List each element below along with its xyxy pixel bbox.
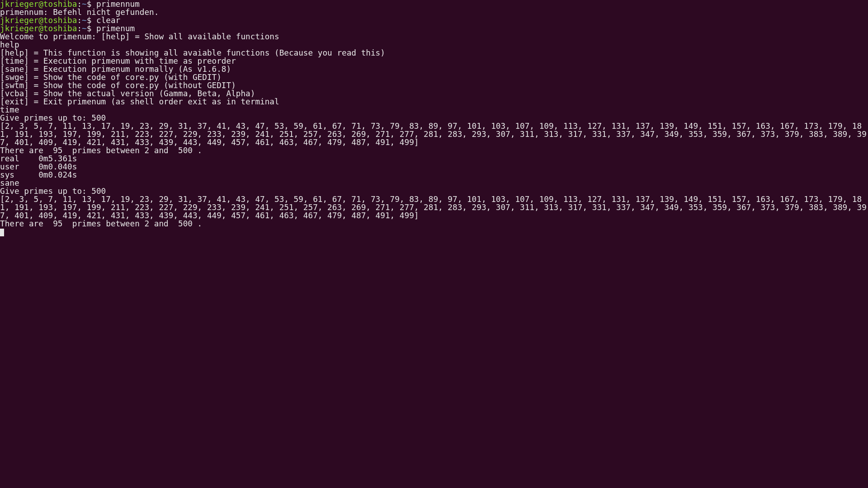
output-line: user 0m0.040s (0, 163, 868, 171)
prompt-colon: : (77, 16, 82, 25)
output-line: [sane] = Execution primenum normally (As… (0, 65, 868, 73)
output-line: [2, 3, 5, 7, 11, 13, 17, 19, 23, 29, 31,… (0, 122, 868, 146)
input-line: sane (0, 179, 868, 187)
output-line: There are 95 primes between 2 and 500 . (0, 220, 868, 228)
output-line: [swtm] = Show the code of core.py (witho… (0, 81, 868, 89)
output-line: [help] = This function is showing all av… (0, 49, 868, 57)
output-line: sys 0m0.024s (0, 171, 868, 179)
output-line: [time] = Execution primenum with time as… (0, 57, 868, 65)
output-line: Welcome to primenum: [help] = Show all a… (0, 33, 868, 41)
command-text: primenum (96, 24, 135, 33)
cursor-block-icon (0, 229, 4, 236)
output-line: [2, 3, 5, 7, 11, 13, 17, 19, 23, 29, 31,… (0, 195, 868, 220)
output-line: real 0m5.361s (0, 155, 868, 163)
prompt-user-host: jkrieger@toshiba (0, 16, 77, 25)
prompt-sigil: $ (87, 16, 96, 25)
prompt-line: jkrieger@toshiba:~$ primenum (0, 24, 868, 33)
output-line: [swge] = Show the code of core.py (with … (0, 73, 868, 81)
output-line: [vcba] = Show the actual version (Gamma,… (0, 89, 868, 98)
prompt-path: ~ (82, 16, 87, 25)
output-line: Give primes up to: 500 (0, 114, 868, 122)
output-line: Give primes up to: 500 (0, 187, 868, 195)
output-line: There are 95 primes between 2 and 500 . (0, 146, 868, 155)
output-line: [exit] = Exit primenum (as shell order e… (0, 98, 868, 106)
prompt-sigil: $ (87, 24, 96, 33)
prompt-line: jkrieger@toshiba:~$ primennum (0, 0, 868, 8)
prompt-colon: : (77, 24, 82, 33)
input-line: time (0, 106, 868, 114)
terminal-viewport[interactable]: jkrieger@toshiba:~$ primennumprimennum: … (0, 0, 868, 488)
prompt-line: jkrieger@toshiba:~$ clear (0, 16, 868, 24)
cursor-line (0, 228, 868, 236)
output-line: primennum: Befehl nicht gefunden. (0, 8, 868, 16)
input-line: help (0, 41, 868, 49)
prompt-user-host: jkrieger@toshiba (0, 24, 77, 33)
prompt-path: ~ (82, 24, 87, 33)
command-text: clear (96, 16, 120, 25)
